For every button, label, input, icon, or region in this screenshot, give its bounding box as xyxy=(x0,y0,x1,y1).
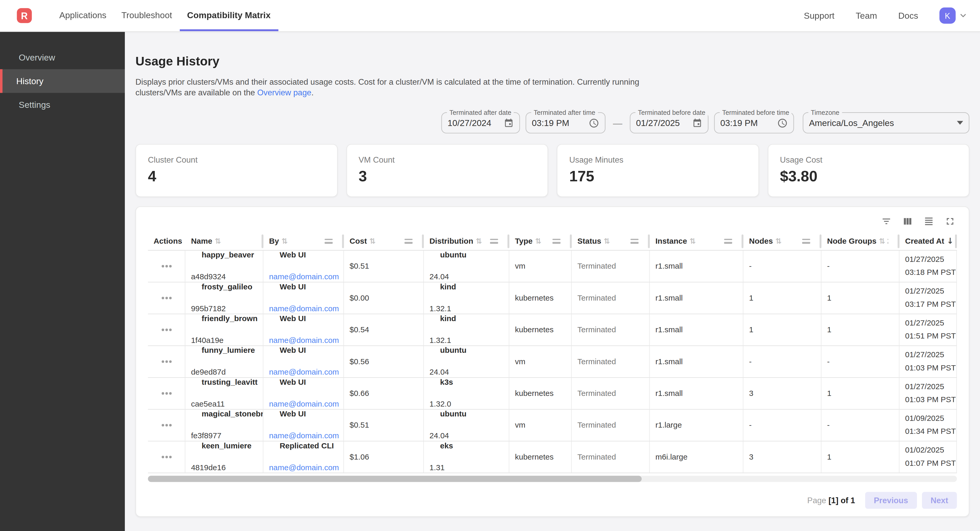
column-header-nodes[interactable]: Nodes⇅ xyxy=(743,232,821,250)
row-actions-icon[interactable] xyxy=(159,326,174,334)
by-email-link[interactable]: name@domain.com xyxy=(269,336,338,346)
clock-icon[interactable] xyxy=(589,117,599,128)
by-source: Web UI xyxy=(269,410,338,428)
sort-icon[interactable]: ⇅ xyxy=(879,237,885,246)
column-header-created-at[interactable]: Created At↓ xyxy=(899,232,957,250)
column-header-status[interactable]: Status⇅ xyxy=(572,232,650,250)
fullscreen-icon[interactable] xyxy=(944,216,956,227)
nav-link-support[interactable]: Support xyxy=(804,11,835,21)
column-divider xyxy=(508,234,509,248)
cell-status: Terminated xyxy=(572,378,650,409)
field-label: Timezone xyxy=(808,109,842,116)
timezone-select[interactable]: Timezone America/Los_Angeles xyxy=(803,112,969,133)
terminated-after-time-field[interactable]: Terminated after time 03:19 PM xyxy=(526,112,606,133)
sort-icon[interactable]: ⇅ xyxy=(282,237,288,246)
sort-icon[interactable]: ⇅ xyxy=(215,237,221,246)
scrollbar-thumb[interactable] xyxy=(148,476,641,482)
cluster-name: magical_stonebraker xyxy=(191,410,258,428)
by-email-link[interactable]: name@domain.com xyxy=(269,463,338,472)
cell-created-at: 01/27/2025 01:51 PM PST xyxy=(899,314,957,346)
by-email-link[interactable]: name@domain.com xyxy=(269,273,338,282)
sidebar-item-history[interactable]: History xyxy=(0,69,125,93)
sort-icon[interactable]: ⇅ xyxy=(369,237,375,246)
cell-type: kubernetes xyxy=(509,282,572,314)
created-date: 01/09/2025 xyxy=(905,414,951,423)
nav-link-docs[interactable]: Docs xyxy=(898,11,918,21)
row-actions-icon[interactable] xyxy=(159,263,174,270)
column-resize-handle[interactable] xyxy=(552,238,560,243)
density-icon[interactable] xyxy=(923,216,934,227)
stat-value: $3.80 xyxy=(780,168,957,185)
cluster-name: friendly_brown xyxy=(191,314,258,333)
cell-by: Web UI name@domain.com xyxy=(264,410,344,441)
by-email-link[interactable]: name@domain.com xyxy=(269,304,338,314)
sidebar-item-settings[interactable]: Settings xyxy=(0,93,125,117)
cell-instance: r1.large xyxy=(650,410,743,441)
column-resize-handle[interactable] xyxy=(630,238,638,243)
overview-page-link[interactable]: Overview page xyxy=(257,88,311,97)
column-resize-handle[interactable] xyxy=(802,238,810,243)
terminated-after-date-field[interactable]: Terminated after date 10/27/2024 xyxy=(441,112,520,133)
filter-icon[interactable] xyxy=(881,216,892,227)
usage-table-card: Actions Name⇅ By⇅ Cost⇅ Distribution⇅ Ty… xyxy=(135,206,969,517)
cluster-id: a48d9324 xyxy=(191,273,258,282)
replicated-logo[interactable]: R xyxy=(17,8,32,23)
column-resize-handle[interactable] xyxy=(404,238,412,243)
sort-icon[interactable]: ⇅ xyxy=(775,237,781,246)
clock-icon[interactable] xyxy=(777,117,788,128)
created-time: 01:03 PM PST xyxy=(905,395,951,405)
column-header-type[interactable]: Type⇅ xyxy=(509,232,572,250)
field-label: Terminated after time xyxy=(531,109,598,116)
cell-created-at: 01/27/2025 01:03 PM PST xyxy=(899,346,957,377)
previous-page-button[interactable]: Previous xyxy=(865,492,917,509)
columns-icon[interactable] xyxy=(902,216,913,227)
column-resize-handle[interactable] xyxy=(325,238,332,243)
calendar-icon[interactable] xyxy=(504,118,514,128)
sort-desc-icon[interactable]: ↓ xyxy=(947,236,953,246)
nav-link-team[interactable]: Team xyxy=(856,11,877,21)
row-actions-icon[interactable] xyxy=(159,453,174,461)
calendar-icon[interactable] xyxy=(692,118,702,128)
column-resize-handle[interactable] xyxy=(888,238,888,243)
sort-icon[interactable]: ⇅ xyxy=(476,237,482,246)
by-email-link[interactable]: name@domain.com xyxy=(269,431,338,441)
row-actions-icon[interactable] xyxy=(159,358,174,365)
terminated-before-date-field[interactable]: Terminated before date 01/27/2025 xyxy=(630,112,708,133)
cell-instance: r1.small xyxy=(650,314,743,346)
row-actions-icon[interactable] xyxy=(159,390,174,397)
sidebar-item-overview[interactable]: Overview xyxy=(0,46,125,69)
sort-icon[interactable]: ⇅ xyxy=(604,237,610,246)
created-time: 01:07 PM PST xyxy=(905,459,951,468)
sort-icon[interactable]: ⇅ xyxy=(689,237,696,246)
stat-card-cluster-count: Cluster Count 4 xyxy=(135,144,337,197)
nav-tab-compatibility-matrix[interactable]: Compatibility Matrix xyxy=(180,0,278,31)
cluster-name: frosty_galileo xyxy=(191,282,258,301)
column-header-by[interactable]: By⇅ xyxy=(264,232,344,250)
column-resize-handle[interactable] xyxy=(490,238,498,243)
row-actions-icon[interactable] xyxy=(159,294,174,302)
cell-created-at: 01/27/2025 03:17 PM PST xyxy=(899,282,957,314)
terminated-before-time-field[interactable]: Terminated before time 03:19 PM xyxy=(714,112,794,133)
cell-cost: $0.51 xyxy=(344,410,424,441)
distribution-name: ubuntu xyxy=(430,410,504,428)
table-row: funny_lumiere de9ed87d Web UI name@domai… xyxy=(148,346,957,378)
column-divider xyxy=(819,234,821,248)
by-email-link[interactable]: name@domain.com xyxy=(269,399,338,409)
next-page-button[interactable]: Next xyxy=(922,492,957,509)
account-menu[interactable]: K xyxy=(939,8,967,24)
column-header-name[interactable]: Name⇅ xyxy=(185,232,264,250)
cell-nodes: - xyxy=(743,346,821,377)
column-header-distribution[interactable]: Distribution⇅ xyxy=(424,232,509,250)
sort-icon[interactable]: ⇅ xyxy=(535,237,541,246)
nav-tab-troubleshoot[interactable]: Troubleshoot xyxy=(114,0,180,31)
column-resize-handle[interactable] xyxy=(724,238,732,243)
row-actions-icon[interactable] xyxy=(159,422,174,429)
column-header-instance[interactable]: Instance⇅ xyxy=(650,232,743,250)
by-email-link[interactable]: name@domain.com xyxy=(269,368,338,377)
column-header-cost[interactable]: Cost⇅ xyxy=(344,232,424,250)
horizontal-scrollbar[interactable] xyxy=(148,476,957,482)
nav-tab-applications[interactable]: Applications xyxy=(52,0,114,31)
column-header-node-groups[interactable]: Node Groups⇅ xyxy=(821,232,899,250)
page-indicator: Page [1] of 1 xyxy=(807,496,855,505)
instance-value: r1.large xyxy=(655,421,738,430)
